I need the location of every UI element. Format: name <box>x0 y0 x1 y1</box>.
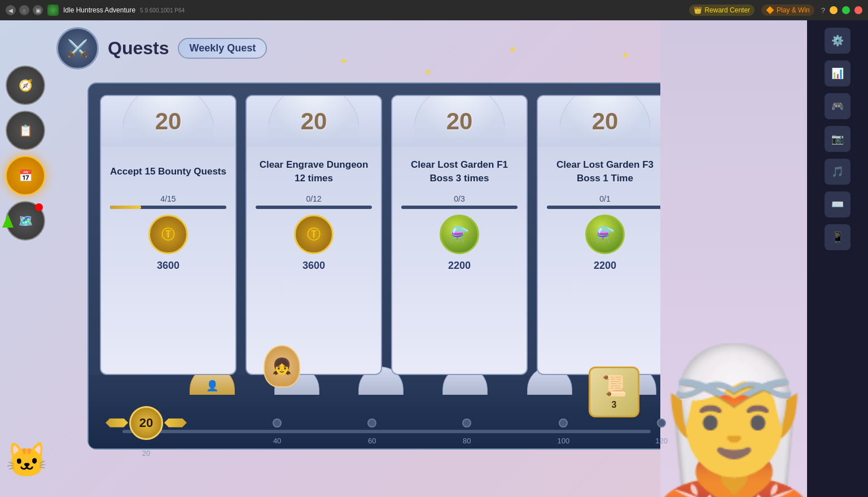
nav-tabs[interactable]: ▣ <box>33 5 43 15</box>
progress-bar-bg-1 <box>110 206 226 209</box>
progress-1: 4/15 <box>110 194 226 209</box>
sidebar-icon-3[interactable]: 🎮 <box>825 93 851 119</box>
reward-icon-4: ⚗️ <box>585 215 625 254</box>
close-btn[interactable] <box>854 6 862 14</box>
quest-desc-1: Accept 15 Bounty Quests <box>110 155 226 189</box>
quest-log-btn[interactable]: 📋 <box>6 111 45 150</box>
milestone-label-60: 60 <box>368 437 376 445</box>
app-title: Idle Huntress Adventure <box>63 6 135 14</box>
sidebar-icon-1[interactable]: ⚙️ <box>825 28 851 54</box>
minimize-btn[interactable] <box>830 6 838 14</box>
milestone-point-60: 60 <box>367 418 376 445</box>
title-nav[interactable]: ◀ ⌂ ▣ <box>6 5 43 15</box>
star-decor-2: ✦ <box>508 43 518 56</box>
nav-back[interactable]: ◀ <box>6 5 16 15</box>
weekly-quest-icon: 📅 <box>19 169 33 182</box>
progress-text-4: 0/1 <box>547 194 663 203</box>
quest-card-4: 20 Clear Lost Garden F3 Boss 1 Time 0/1 … <box>537 95 673 375</box>
progress-bar-bg-3 <box>401 206 518 209</box>
reward-amount-4: 2200 <box>594 260 616 272</box>
score-wing-left <box>106 418 128 428</box>
anime-character-emoji: 🧝 <box>660 350 807 497</box>
score-circle: 20 <box>129 406 163 440</box>
compass-icon: 🧭 <box>19 79 33 92</box>
card-top-3: 20 <box>392 96 527 147</box>
sidebar-icon-2[interactable]: 📊 <box>825 60 851 86</box>
compass-btn[interactable]: 🧭 <box>6 66 45 105</box>
progress-text-3: 0/3 <box>401 194 518 203</box>
quest-card-1: 20 Accept 15 Bounty Quests 4/15 Ⓣ 3600 <box>100 95 236 375</box>
left-sidebar: 🧭 📋 📅 🗺️ <box>6 66 45 241</box>
sidebar-icon-5[interactable]: 🎵 <box>825 159 851 185</box>
sidebar-icon-7[interactable]: 📱 <box>825 224 851 250</box>
reward-icon-1: Ⓣ <box>148 215 188 254</box>
maximize-btn[interactable] <box>842 6 850 14</box>
app-icon <box>47 5 59 16</box>
map-btn[interactable]: 🗺️ <box>6 201 45 241</box>
coin-icon-2: Ⓣ <box>307 225 321 243</box>
milestone-label-40: 40 <box>273 437 281 445</box>
header-area: ⚔️ Quests Weekly Quest <box>56 27 267 69</box>
sidebar-icon-4[interactable]: 📷 <box>825 126 851 152</box>
milestone-label-120: 120 <box>655 437 668 445</box>
quest-desc-3: Clear Lost Garden F1 Boss 3 times <box>401 155 518 189</box>
milestone-bar: 20 20 40 60 80 <box>106 406 668 457</box>
progress-bar-bg-4 <box>547 206 663 209</box>
milestone-point-120: 120 <box>655 418 668 445</box>
play-win-icon: 🔶 <box>766 6 774 14</box>
crown-icon: 👑 <box>694 6 702 14</box>
quest-cards-grid: 20 Accept 15 Bounty Quests 4/15 Ⓣ 3600 <box>100 95 673 375</box>
main-panel: 20 Accept 15 Bounty Quests 4/15 Ⓣ 3600 <box>87 82 686 450</box>
title-bar-right: 👑 Reward Center 🔶 Play & Win ? <box>689 5 862 16</box>
anime-character-area: 🧝 <box>660 20 807 497</box>
star-decor-1: ✦ <box>339 54 348 68</box>
score-display: 20 20 <box>106 406 187 457</box>
notification-dot <box>35 203 43 211</box>
map-icon: 🗺️ <box>19 214 33 228</box>
milestone-dot-60 <box>367 418 376 428</box>
window-controls[interactable]: ? <box>821 6 862 15</box>
special-reward-card[interactable]: 📜 3 <box>589 367 639 417</box>
reward-center-btn[interactable]: 👑 Reward Center <box>689 5 755 16</box>
char-avatar-container: 👧 <box>264 345 300 387</box>
quest-points-4: 20 <box>592 108 619 135</box>
reward-icon-2: Ⓣ <box>294 215 334 254</box>
reward-amount-3: 2200 <box>448 260 471 272</box>
score-wing-right <box>164 418 187 428</box>
quest-log-icon: 📋 <box>19 124 33 137</box>
quest-card-2: 20 Clear Engrave Dungeon 12 times 0/12 Ⓣ… <box>246 95 382 375</box>
quest-desc-4: Clear Lost Garden F3 Boss 1 Time <box>547 155 663 189</box>
weekly-quest-btn[interactable]: 📅 <box>6 156 45 195</box>
cat-mascot: 🐱 <box>6 440 48 480</box>
sidebar-icon-6[interactable]: ⌨️ <box>825 191 851 217</box>
star-decor-4: ✦ <box>621 49 630 62</box>
help-icon[interactable]: ? <box>821 6 825 15</box>
app-version: 5.9.600.1001 P64 <box>140 7 185 14</box>
title-bar: ◀ ⌂ ▣ Idle Huntress Adventure 5.9.600.10… <box>0 0 868 20</box>
milestone-label-20: 20 <box>142 449 150 457</box>
reward-icon-3: ⚗️ <box>440 215 479 254</box>
potion-icon-4: ⚗️ <box>595 225 615 244</box>
milestone-point-80: 80 <box>462 418 471 445</box>
char-avatar: 👧 <box>264 345 300 387</box>
quests-title: Quests <box>108 38 169 59</box>
sword-icon: ⚔️ <box>67 38 88 58</box>
milestone-dot-120 <box>657 418 666 428</box>
card-top-2: 20 <box>247 96 381 147</box>
play-win-btn[interactable]: 🔶 Play & Win <box>761 5 814 16</box>
right-sidebar: ⚙️ 📊 🎮 📷 🎵 ⌨️ 📱 <box>807 20 868 497</box>
weekly-quest-label: Weekly Quest <box>189 42 256 54</box>
progress-bar-fill-1 <box>110 206 141 209</box>
nav-home[interactable]: ⌂ <box>19 5 29 15</box>
progress-bar-bg-2 <box>256 206 372 209</box>
milestone-reward-icon-20: 👤 <box>206 380 218 392</box>
card-body-3: Clear Lost Garden F1 Boss 3 times 0/3 ⚗️… <box>392 147 527 374</box>
card-top-4: 20 <box>538 96 672 147</box>
progress-2: 0/12 <box>256 194 372 209</box>
weekly-quest-badge[interactable]: Weekly Quest <box>178 38 267 59</box>
quest-desc-2: Clear Engrave Dungeon 12 times <box>256 155 372 189</box>
progress-4: 0/1 <box>547 194 663 209</box>
reward-center-label: Reward Center <box>704 6 750 14</box>
special-reward-icon: 📜 <box>602 374 627 398</box>
milestone-dot-80 <box>462 418 471 428</box>
